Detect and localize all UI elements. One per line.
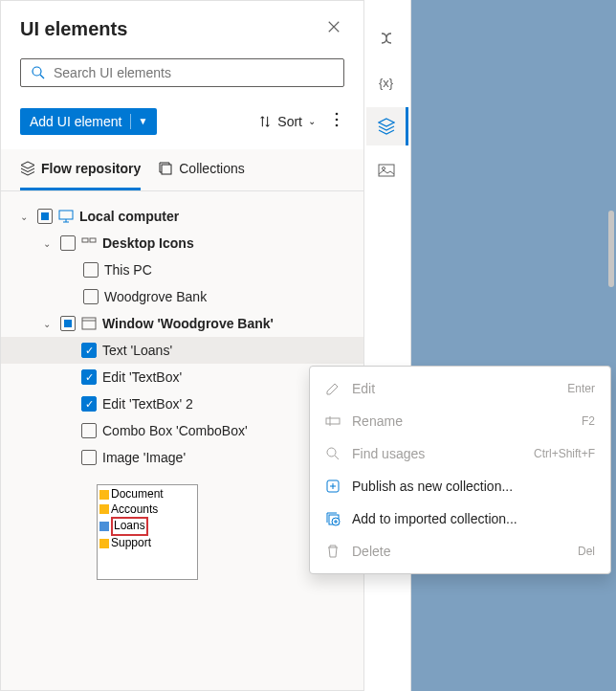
rename-icon	[325, 413, 341, 429]
search-box[interactable]	[20, 58, 344, 87]
strip-variables[interactable]: {x}	[366, 63, 408, 101]
close-button[interactable]	[323, 16, 344, 41]
search-icon	[325, 446, 341, 461]
trash-icon	[325, 544, 341, 559]
checkbox-checked[interactable]: ✓	[81, 396, 97, 412]
desktop-icon	[81, 235, 97, 251]
tree-item-local-computer[interactable]: ⌄ Local computer	[1, 203, 363, 230]
tree-item-woodgrove-bank[interactable]: Woodgrove Bank	[1, 283, 363, 310]
ui-elements-panel: UI elements Add UI element ▼ Sort ⌄ Flow…	[0, 0, 364, 691]
element-preview: Document Accounts Loans Support	[97, 484, 198, 580]
svg-rect-11	[326, 418, 340, 424]
strip-copilot[interactable]	[366, 19, 408, 57]
more-button[interactable]	[329, 106, 344, 136]
svg-point-2	[336, 119, 339, 122]
search-input[interactable]	[54, 65, 334, 80]
tree-item-text-loans[interactable]: ✓ Text 'Loans'	[1, 337, 363, 364]
svg-rect-9	[379, 165, 394, 176]
checkbox[interactable]	[60, 235, 76, 251]
svg-rect-4	[162, 165, 171, 174]
tree-item-desktop-icons[interactable]: ⌄ Desktop Icons	[1, 230, 363, 256]
chevron-down-icon[interactable]: ⌄	[43, 319, 55, 329]
ctx-add-imported-collection[interactable]: Add to imported collection...	[310, 502, 610, 535]
panel-title: UI elements	[20, 18, 127, 40]
svg-rect-5	[59, 211, 73, 219]
close-icon	[327, 20, 341, 33]
computer-icon	[58, 209, 74, 224]
ctx-rename[interactable]: Rename F2	[310, 405, 610, 437]
svg-point-10	[382, 167, 385, 170]
chevron-down-icon: ▼	[139, 116, 148, 126]
more-vertical-icon	[335, 112, 339, 127]
sort-button[interactable]: Sort ⌄	[253, 108, 321, 135]
context-menu: Edit Enter Rename F2 Find usages Ctrl+Sh…	[309, 366, 611, 574]
ctx-edit[interactable]: Edit Enter	[310, 372, 610, 405]
panel-header: UI elements	[1, 1, 363, 49]
edit-icon	[325, 381, 341, 396]
collections-icon	[158, 161, 173, 176]
svg-rect-7	[90, 238, 96, 242]
toolbar: Add UI element ▼ Sort ⌄	[1, 97, 363, 149]
chevron-down-icon: ⌄	[308, 116, 316, 126]
checkbox-checked[interactable]: ✓	[81, 369, 97, 385]
svg-point-3	[336, 124, 339, 127]
checkbox-partial[interactable]	[37, 209, 53, 224]
svg-rect-8	[82, 318, 96, 329]
right-strip: {x}	[364, 0, 411, 691]
tab-flow-repository[interactable]: Flow repository	[20, 149, 141, 190]
image-icon	[378, 162, 395, 179]
layers-icon	[378, 118, 395, 135]
layers-icon	[20, 161, 35, 176]
ctx-publish-collection[interactable]: Publish as new collection...	[310, 470, 610, 502]
window-icon	[81, 316, 97, 331]
ctx-delete[interactable]: Delete Del	[310, 535, 610, 568]
checkbox[interactable]	[83, 289, 99, 304]
add-collection-icon	[325, 511, 341, 526]
svg-rect-6	[82, 238, 88, 242]
checkbox[interactable]	[81, 423, 97, 438]
tab-collections[interactable]: Collections	[158, 149, 244, 190]
search-icon	[31, 65, 46, 80]
checkbox-checked[interactable]: ✓	[81, 343, 97, 358]
checkbox[interactable]	[83, 262, 99, 278]
background-area	[411, 0, 616, 691]
ctx-find-usages[interactable]: Find usages Ctrl+Shift+F	[310, 437, 610, 470]
svg-point-0	[33, 67, 41, 76]
chevron-down-icon[interactable]: ⌄	[43, 238, 55, 249]
add-ui-element-button[interactable]: Add UI element ▼	[20, 108, 157, 135]
tree-item-window-woodgrove[interactable]: ⌄ Window 'Woodgrove Bank'	[1, 310, 363, 337]
copilot-icon	[378, 30, 395, 47]
scrollbar[interactable]	[608, 211, 614, 287]
add-button-label: Add UI element	[30, 114, 122, 129]
chevron-down-icon[interactable]: ⌄	[20, 212, 32, 222]
svg-point-1	[336, 113, 339, 116]
checkbox[interactable]	[81, 450, 97, 465]
tabs: Flow repository Collections	[1, 149, 363, 191]
sort-icon	[258, 115, 272, 128]
checkbox-partial[interactable]	[60, 316, 76, 331]
braces-icon: {x}	[379, 76, 393, 90]
svg-point-12	[327, 448, 336, 457]
tree-item-this-pc[interactable]: This PC	[1, 256, 363, 283]
strip-images[interactable]	[366, 151, 408, 189]
plus-box-icon	[325, 479, 341, 494]
strip-ui-elements[interactable]	[366, 107, 408, 145]
